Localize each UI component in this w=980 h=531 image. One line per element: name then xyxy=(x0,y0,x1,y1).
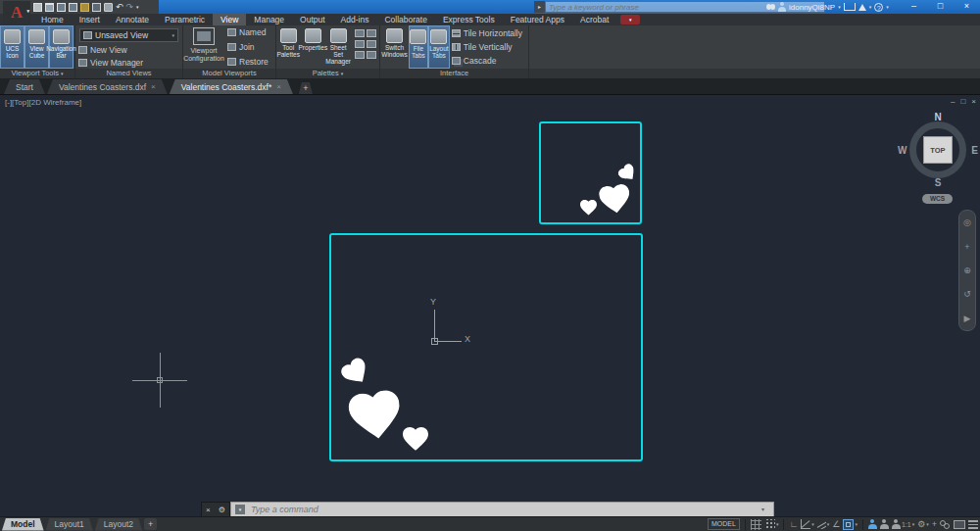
panel-label-model-viewports[interactable]: Model Viewports xyxy=(183,69,275,78)
viewport-configuration-button[interactable]: Viewport Configuration xyxy=(183,25,224,69)
tab-annotate[interactable]: Annotate xyxy=(108,14,157,25)
model-tab[interactable]: Model xyxy=(2,518,44,531)
layout1-tab[interactable]: Layout1 xyxy=(46,518,93,531)
new-layout-button[interactable]: + xyxy=(144,518,157,530)
minimize-button[interactable]: – xyxy=(901,0,927,14)
showmotion-icon[interactable]: ▶ xyxy=(964,314,971,323)
redo-icon[interactable]: ↷ xyxy=(126,3,134,12)
zoom-extents-icon[interactable]: ⊕ xyxy=(963,266,971,275)
close-tab-icon[interactable]: × xyxy=(276,82,281,91)
viewcube-top-face[interactable]: TOP xyxy=(923,136,953,164)
user-menu-caret-icon[interactable]: ▾ xyxy=(838,4,841,10)
plot-icon[interactable] xyxy=(80,3,89,12)
panel-label-viewport-tools[interactable]: Viewport Tools ▾ xyxy=(0,69,74,78)
designcenter-palette-icon[interactable] xyxy=(367,51,376,59)
tab-add-ins[interactable]: Add-ins xyxy=(333,14,377,25)
close-button[interactable]: × xyxy=(954,0,980,14)
print-icon[interactable] xyxy=(104,3,113,12)
object-snap-tracking-button[interactable]: ∠ xyxy=(832,519,840,530)
model-space-badge[interactable]: MODEL xyxy=(708,518,740,530)
command-expand-caret-icon[interactable]: ▾ xyxy=(761,502,769,517)
undo-icon[interactable]: ↶ xyxy=(116,3,123,12)
switch-windows-button[interactable]: Switch Windows xyxy=(380,25,409,69)
view-dropdown[interactable]: Unsaved View ▾ xyxy=(79,28,178,42)
viewcube-west[interactable]: W xyxy=(898,145,906,156)
isometric-drafting-button[interactable]: ▾ xyxy=(817,520,830,529)
blocks-palette-icon[interactable] xyxy=(355,51,365,59)
viewcube-east[interactable]: E xyxy=(971,145,978,156)
search-scope-icon[interactable]: ▸ xyxy=(534,1,545,13)
help-icon[interactable]: ? xyxy=(874,3,883,12)
heart-shape[interactable] xyxy=(403,427,428,451)
layer-palette-icon[interactable] xyxy=(367,29,376,37)
annotation-visibility-button[interactable] xyxy=(868,519,877,530)
tool-palettes-button[interactable]: Tool Palettes xyxy=(276,25,300,69)
count-palette-icon[interactable] xyxy=(367,40,376,48)
tab-acrobat[interactable]: Acrobat xyxy=(572,14,616,25)
heart-shape[interactable] xyxy=(347,389,404,443)
join-viewport-button[interactable]: Join xyxy=(224,40,269,53)
new-drawing-tab-button[interactable]: + xyxy=(299,82,313,94)
file-tabs-toggle-button[interactable]: File Tabs xyxy=(409,25,428,69)
annotation-autoscale-button[interactable] xyxy=(880,519,889,530)
cascade-button[interactable]: Cascade xyxy=(452,55,528,67)
command-customize-icon[interactable]: ⚙ xyxy=(219,506,225,514)
maximize-button[interactable]: □ xyxy=(927,0,954,14)
tab-express-tools[interactable]: Express Tools xyxy=(435,14,503,25)
customization-button[interactable] xyxy=(968,520,978,529)
save-as-icon[interactable] xyxy=(69,3,77,12)
qat-customize-caret-icon[interactable]: ▾ xyxy=(136,4,139,10)
wcs-dropdown[interactable]: WCS xyxy=(922,194,953,204)
command-close-icon[interactable]: × xyxy=(206,506,211,514)
command-input[interactable] xyxy=(249,504,758,515)
navigation-bar-button[interactable]: Navigation Bar xyxy=(49,25,74,69)
autocad-app-button[interactable]: A▾ xyxy=(3,1,30,25)
heart-shape[interactable] xyxy=(580,200,597,216)
app-store-cart-icon[interactable] xyxy=(844,3,856,11)
viewport-close-icon[interactable]: × xyxy=(971,97,976,106)
close-tab-icon[interactable]: × xyxy=(151,82,156,91)
file-tab-dxf[interactable]: Valentines Coasters.dxf× xyxy=(47,79,168,94)
sheet-set-manager-button[interactable]: Sheet Set Manager xyxy=(325,25,351,69)
panel-label-interface[interactable]: Interface xyxy=(380,69,528,78)
tab-output[interactable]: Output xyxy=(292,14,333,25)
tab-collaborate[interactable]: Collaborate xyxy=(376,14,434,25)
view-manager-button[interactable]: View Manager xyxy=(75,56,182,69)
layout2-tab[interactable]: Layout2 xyxy=(95,518,142,531)
heart-shape[interactable] xyxy=(598,183,632,216)
new-file-icon[interactable] xyxy=(33,3,42,12)
navigation-bar[interactable]: ◎ + ⊕ ↺ ▶ xyxy=(958,210,976,331)
username[interactable]: idonnyQi8NP xyxy=(789,3,835,12)
viewport-restore-icon[interactable]: □ xyxy=(960,97,965,106)
workspace-switching-button[interactable]: ⚙▾ xyxy=(917,519,929,530)
layout-tabs-toggle-button[interactable]: Layout Tabs xyxy=(428,25,450,69)
orbit-icon[interactable]: ↺ xyxy=(963,289,971,299)
object-snap-button[interactable]: ▾ xyxy=(843,519,858,530)
viewcube-south[interactable]: S xyxy=(935,177,942,188)
pan-icon[interactable]: + xyxy=(964,242,969,252)
tab-parametric[interactable]: Parametric xyxy=(157,14,213,25)
annotation-scale-button[interactable]: 1:1▾ xyxy=(892,519,914,530)
tab-view[interactable]: View xyxy=(213,14,246,25)
markup-palette-icon[interactable] xyxy=(355,40,365,48)
ucs-icon-button[interactable]: UCS Icon xyxy=(0,25,24,69)
open-file-icon[interactable] xyxy=(45,3,54,12)
restore-viewport-button[interactable]: Restore xyxy=(224,55,269,68)
file-tab-start[interactable]: Start xyxy=(4,79,45,94)
annotation-monitor-button[interactable]: + xyxy=(932,519,937,530)
isolate-objects-button[interactable] xyxy=(940,520,951,529)
tile-vertically-button[interactable]: Tile Vertically xyxy=(452,41,528,53)
viewcube-north[interactable]: N xyxy=(934,112,941,122)
named-viewport-button[interactable]: Named xyxy=(224,26,269,39)
tab-insert[interactable]: Insert xyxy=(72,14,108,25)
panel-label-palettes[interactable]: Palettes ▾ xyxy=(276,69,379,78)
tile-horizontally-button[interactable]: Tile Horizontally xyxy=(452,27,528,39)
polar-tracking-button[interactable]: ▾ xyxy=(801,519,814,529)
ortho-mode-button[interactable]: ∟ xyxy=(789,519,798,530)
panel-label-named-views[interactable]: Named Views xyxy=(75,69,182,78)
file-tab-dxf-active[interactable]: Valentines Coasters.dxf*× xyxy=(170,79,293,94)
open-from-mobile-icon[interactable] xyxy=(92,3,101,12)
command-recent-icon[interactable]: ▾ xyxy=(235,505,245,514)
save-icon[interactable] xyxy=(57,3,66,12)
help-caret-icon[interactable]: ▾ xyxy=(886,4,889,10)
